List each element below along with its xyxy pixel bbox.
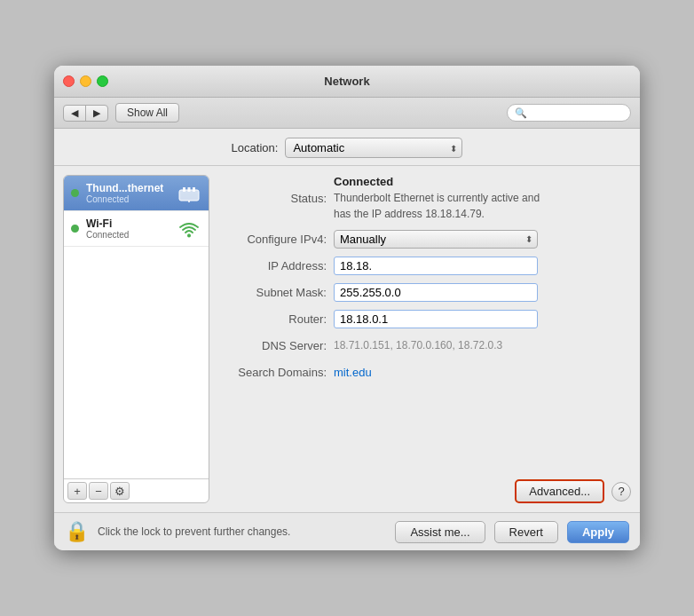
search-domains-row: Search Domains: mit.edu — [218, 362, 631, 382]
assist-me-button[interactable]: Assist me... — [395, 521, 485, 543]
thunderbolt-info: Thund...thernet Connected — [86, 182, 170, 204]
dns-label: DNS Server: — [218, 339, 334, 352]
sidebar-list: Thund...thernet Connected — [64, 176, 209, 478]
add-network-button[interactable]: + — [67, 482, 87, 500]
show-all-button[interactable]: Show All — [115, 103, 179, 122]
svg-point-5 — [187, 233, 191, 237]
lock-icon[interactable]: 🔒 — [65, 520, 89, 543]
advanced-button[interactable]: Advanced... — [515, 479, 604, 503]
network-gear-button[interactable]: ⚙ — [110, 482, 130, 500]
window-title: Network — [324, 75, 369, 88]
sidebar-toolbar: + − ⚙ — [64, 478, 209, 502]
thunderbolt-name: Thund...thernet — [86, 182, 170, 194]
search-input[interactable] — [531, 107, 623, 119]
location-select-wrap: Automatic ⬍ — [285, 138, 462, 158]
dns-value: 18.71.0.151, 18.70.0.160, 18.72.0.3 — [334, 339, 502, 351]
configure-ipv4-select[interactable]: Manually Using DHCP Using DHCP with manu… — [334, 230, 538, 249]
nav-button-group: ◀ ▶ — [63, 105, 108, 122]
location-bar: Location: Automatic ⬍ — [54, 129, 640, 166]
minimize-button[interactable] — [80, 75, 91, 87]
ethernet-icon — [177, 185, 201, 202]
apply-button[interactable]: Apply — [567, 521, 629, 543]
router-input[interactable] — [334, 310, 538, 328]
status-row: Status: Connected Thunderbolt Ethernet i… — [218, 175, 631, 222]
wifi-status: Connected — [86, 230, 170, 240]
subnet-row: Subnet Mask: — [218, 282, 631, 302]
location-select[interactable]: Automatic — [285, 138, 462, 158]
ip-label: IP Address: — [218, 259, 334, 272]
svg-rect-1 — [183, 187, 185, 192]
configure-label: Configure IPv4: — [218, 233, 334, 246]
wifi-name: Wi-Fi — [86, 217, 170, 230]
lock-label: Click the lock to prevent further change… — [98, 525, 386, 538]
sidebar-item-wifi[interactable]: Wi-Fi Connected — [64, 211, 209, 247]
search-box: 🔍 — [507, 104, 631, 122]
configure-select-wrap: Manually Using DHCP Using DHCP with manu… — [334, 230, 538, 249]
thunderbolt-status: Connected — [86, 194, 170, 204]
toolbar: ◀ ▶ Show All 🔍 — [54, 98, 640, 129]
main-body: Thund...thernet Connected — [54, 166, 640, 512]
status-value: Connected — [334, 175, 393, 188]
status-dot-thunderbolt — [71, 189, 79, 197]
status-dot-wifi — [71, 225, 79, 233]
configure-row: Configure IPv4: Manually Using DHCP Usin… — [218, 229, 631, 249]
advanced-row: Advanced... ? — [218, 479, 631, 503]
maximize-button[interactable] — [97, 75, 108, 87]
titlebar: Network — [54, 66, 640, 98]
traffic-lights — [63, 75, 108, 87]
search-domains-value: mit.edu — [334, 366, 372, 379]
search-domains-label: Search Domains: — [218, 366, 334, 379]
network-window: Network ◀ ▶ Show All 🔍 Location: Automat… — [54, 66, 640, 550]
router-row: Router: — [218, 309, 631, 328]
wifi-info: Wi-Fi Connected — [86, 217, 170, 240]
svg-rect-2 — [188, 187, 191, 192]
subnet-label: Subnet Mask: — [218, 286, 334, 299]
forward-button[interactable]: ▶ — [86, 106, 107, 121]
ip-address-row: IP Address: — [218, 256, 631, 275]
back-button[interactable]: ◀ — [64, 106, 86, 121]
sidebar-item-thunderbolt[interactable]: Thund...thernet Connected — [64, 176, 209, 211]
close-button[interactable] — [63, 75, 75, 87]
sidebar: Thund...thernet Connected — [63, 175, 209, 503]
location-label: Location: — [232, 141, 279, 154]
help-button[interactable]: ? — [611, 482, 631, 501]
search-icon: 🔍 — [515, 107, 527, 119]
svg-rect-3 — [193, 187, 195, 192]
remove-network-button[interactable]: − — [89, 482, 108, 500]
detail-panel: Status: Connected Thunderbolt Ethernet i… — [218, 175, 631, 503]
wifi-icon — [177, 220, 201, 238]
status-description: Thunderbolt Ethernet is currently active… — [334, 190, 540, 222]
footer: 🔒 Click the lock to prevent further chan… — [54, 512, 640, 550]
dns-row: DNS Server: 18.71.0.151, 18.70.0.160, 18… — [218, 336, 631, 355]
ip-address-input[interactable] — [334, 257, 538, 275]
status-label: Status: — [218, 192, 334, 205]
router-label: Router: — [218, 312, 334, 326]
revert-button[interactable]: Revert — [494, 521, 558, 543]
status-value-block: Connected Thunderbolt Ethernet is curren… — [334, 175, 540, 222]
subnet-mask-input[interactable] — [334, 283, 538, 302]
